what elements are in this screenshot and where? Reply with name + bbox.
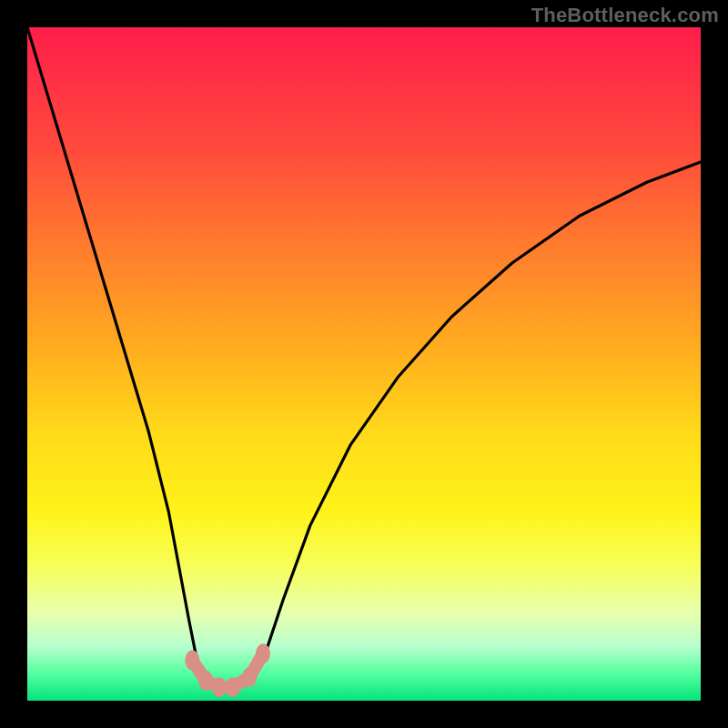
marker-dot [242,667,257,687]
bottleneck-curve [27,27,701,687]
watermark-text: TheBottleneck.com [531,4,719,27]
plot-area [27,27,701,701]
marker-dot [256,643,270,663]
marker-dot [185,651,199,671]
marker-dot [212,677,227,697]
curve-svg [27,27,701,701]
marker-dot [226,677,240,697]
outer-frame: TheBottleneck.com [0,0,728,728]
marker-dot [198,671,213,691]
